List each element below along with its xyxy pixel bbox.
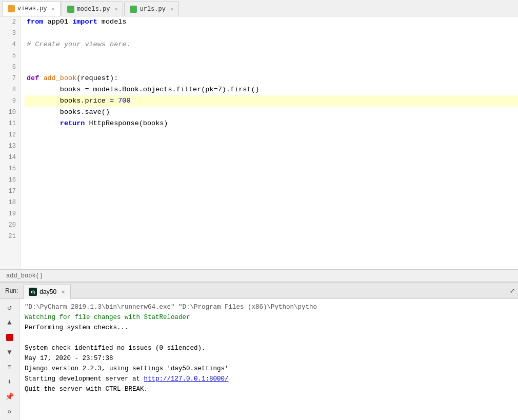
tab-views-close[interactable]: ✕ (52, 6, 55, 12)
urls-file-icon (130, 6, 137, 13)
code-line-15 (25, 163, 518, 174)
wrap-button[interactable]: ≡ (3, 361, 16, 373)
run-body: ↺ ▲ ▼ ≡ ⬇ 📌 » "D:\PyCharm 2019.1.3\bin\r… (0, 299, 518, 420)
tab-models-close[interactable]: ✕ (114, 6, 117, 12)
code-line-9: books.price = 700 (25, 95, 518, 107)
line-numbers: 23456789101112131415161718192021 (0, 16, 21, 269)
run-panel: Run: dj day50 ✕ ⤢ ↺ ▲ ▼ ≡ ⬇ 📌 » "D:\PyCh… (0, 282, 518, 420)
run-output[interactable]: "D:\PyCharm 2019.1.3\bin\runnerw64.exe" … (19, 299, 518, 420)
code-line-3 (25, 28, 518, 39)
code-area: 23456789101112131415161718192021 from ap… (0, 16, 518, 282)
run-label: Run: (0, 287, 23, 294)
code-line-10: books.save() (25, 107, 518, 118)
scroll-up-button[interactable]: ▲ (3, 316, 16, 329)
code-content[interactable]: from app01 import models # Create your v… (21, 16, 518, 269)
code-line-11: return HttpResponse(books) (25, 118, 518, 129)
code-line-12 (25, 129, 518, 141)
models-file-icon (67, 6, 74, 13)
code-line-17 (25, 186, 518, 197)
code-line-18 (25, 197, 518, 208)
code-line-13 (25, 141, 518, 152)
tab-urls[interactable]: urls.py ✕ (124, 2, 178, 16)
tab-models[interactable]: models.py ✕ (62, 2, 124, 16)
django-icon: dj (29, 288, 37, 296)
status-bar: add_book() (0, 269, 518, 282)
run-tab-close[interactable]: ✕ (61, 289, 65, 295)
code-line-20 (25, 219, 518, 231)
run-tab-label: day50 (39, 288, 56, 295)
tab-models-label: models.py (77, 6, 110, 13)
code-line-7: def add_book(request): (25, 73, 518, 84)
code-line-4: # Create your views here. (25, 39, 518, 50)
tab-bar: views.py ✕ models.py ✕ urls.py ✕ (0, 0, 518, 16)
run-tab[interactable]: dj day50 ✕ (23, 285, 71, 299)
tab-views[interactable]: views.py ✕ (2, 2, 61, 16)
expand-button[interactable]: ⤢ (507, 287, 518, 294)
scroll-down-button[interactable]: ▼ (3, 346, 16, 358)
rerun-button[interactable]: ↺ (3, 301, 16, 314)
code-line-2: from app01 import models (25, 16, 518, 28)
tab-urls-close[interactable]: ✕ (170, 6, 173, 12)
code-editor[interactable]: 23456789101112131415161718192021 from ap… (0, 16, 518, 269)
pin-button[interactable]: 📌 (3, 390, 16, 403)
stop-icon (6, 334, 13, 341)
breadcrumb: add_book() (6, 272, 43, 279)
code-line-6 (25, 62, 518, 73)
code-line-8: books = models.Book.objects.filter(pk=7)… (25, 84, 518, 95)
code-line-21 (25, 231, 518, 242)
run-header: Run: dj day50 ✕ ⤢ (0, 283, 518, 299)
code-line-19 (25, 208, 518, 219)
scroll-end-button[interactable]: ⬇ (3, 375, 16, 388)
tab-urls-label: urls.py (140, 6, 165, 13)
stop-button[interactable] (3, 331, 16, 344)
tab-views-label: views.py (17, 5, 47, 12)
server-link[interactable]: http://127.0.0.1:8000/ (144, 375, 229, 383)
run-sidebar: ↺ ▲ ▼ ≡ ⬇ 📌 » (0, 299, 19, 420)
code-line-5 (25, 50, 518, 62)
code-line-16 (25, 174, 518, 186)
code-line-14 (25, 152, 518, 163)
views-file-icon (8, 5, 15, 12)
chevron-button[interactable]: » (3, 405, 16, 418)
